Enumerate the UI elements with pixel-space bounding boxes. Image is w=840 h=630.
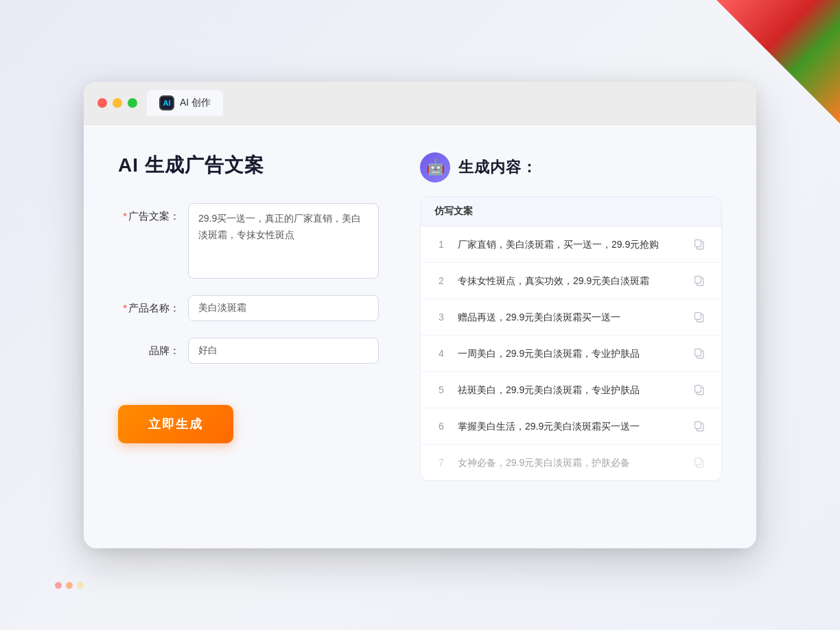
result-row: 1 厂家直销，美白淡斑霜，买一送一，29.9元抢购 xyxy=(421,226,721,263)
minimize-button[interactable] xyxy=(113,98,122,108)
result-row: 4 一周美白，29.9元美白淡斑霜，专业护肤品 xyxy=(421,336,721,372)
result-row: 5 祛斑美白，29.9元美白淡斑霜，专业护肤品 xyxy=(421,372,721,408)
bg-dot-3 xyxy=(77,582,84,589)
row-text: 专抹女性斑点，真实功效，29.9元美白淡斑霜 xyxy=(458,274,681,288)
svg-rect-13 xyxy=(695,458,701,465)
brand-label: 品牌： xyxy=(118,338,180,358)
brand-row: 品牌： xyxy=(118,338,379,364)
result-title: 生成内容： xyxy=(458,157,537,178)
result-row: 7 女神必备，29.9元美白淡斑霜，护肤必备 xyxy=(421,445,721,480)
row-text: 掌握美白生活，29.9元美白淡斑霜买一送一 xyxy=(458,419,681,434)
result-row: 2 专抹女性斑点，真实功效，29.9元美白淡斑霜 xyxy=(421,263,721,299)
svg-rect-1 xyxy=(695,240,701,247)
row-number: 4 xyxy=(434,348,448,359)
product-name-input[interactable] xyxy=(188,295,379,321)
row-text: 厂家直销，美白淡斑霜，买一送一，29.9元抢购 xyxy=(458,237,681,252)
svg-rect-7 xyxy=(695,349,701,356)
copy-icon[interactable] xyxy=(691,345,708,362)
maximize-button[interactable] xyxy=(128,98,137,108)
bg-dot-1 xyxy=(55,582,62,589)
browser-window: AI AI 创作 AI 生成广告文案 *广告文案： 29.9买一送一，真正的厂家… xyxy=(84,82,756,548)
left-panel: AI 生成广告文案 *广告文案： 29.9买一送一，真正的厂家直销，美白淡斑霜，… xyxy=(118,152,379,509)
bg-decoration-bl xyxy=(55,582,84,589)
generate-button[interactable]: 立即生成 xyxy=(118,405,233,443)
result-table: 仿写文案 1 厂家直销，美白淡斑霜，买一送一，29.9元抢购 2 专抹女性斑点，… xyxy=(420,196,722,481)
right-panel: 生成内容： 仿写文案 1 厂家直销，美白淡斑霜，买一送一，29.9元抢购 2 专… xyxy=(420,152,722,509)
brand-input[interactable] xyxy=(188,338,379,364)
close-button[interactable] xyxy=(97,98,107,108)
ai-tab[interactable]: AI AI 创作 xyxy=(147,90,223,116)
tab-icon: AI xyxy=(159,95,174,110)
ad-copy-label: *广告文案： xyxy=(118,203,180,223)
page-title: AI 生成广告文案 xyxy=(118,152,379,178)
copy-icon[interactable] xyxy=(691,454,708,471)
main-content: AI 生成广告文案 *广告文案： 29.9买一送一，真正的厂家直销，美白淡斑霜，… xyxy=(84,125,756,537)
required-star-ad: * xyxy=(123,210,127,222)
title-bar: AI AI 创作 xyxy=(84,82,756,125)
svg-rect-9 xyxy=(695,386,701,393)
ad-copy-row: *广告文案： 29.9买一送一，真正的厂家直销，美白淡斑霜，专抹女性斑点 xyxy=(118,203,379,279)
row-text: 祛斑美白，29.9元美白淡斑霜，专业护肤品 xyxy=(458,383,681,397)
copy-icon[interactable] xyxy=(691,272,708,289)
copy-icon[interactable] xyxy=(691,418,708,434)
table-header: 仿写文案 xyxy=(421,197,721,226)
copy-icon[interactable] xyxy=(691,236,708,253)
row-number: 7 xyxy=(434,457,448,468)
row-number: 3 xyxy=(434,312,448,323)
result-row: 3 赠品再送，29.9元美白淡斑霜买一送一 xyxy=(421,299,721,336)
required-star-product: * xyxy=(123,302,127,314)
result-header: 生成内容： xyxy=(420,152,722,183)
svg-rect-5 xyxy=(695,313,701,320)
result-row: 6 掌握美白生活，29.9元美白淡斑霜买一送一 xyxy=(421,408,721,445)
result-rows-container: 1 厂家直销，美白淡斑霜，买一送一，29.9元抢购 2 专抹女性斑点，真实功效，… xyxy=(421,226,721,480)
window-controls xyxy=(97,98,137,108)
copy-icon[interactable] xyxy=(691,382,708,398)
copy-icon[interactable] xyxy=(691,309,708,325)
svg-rect-11 xyxy=(695,422,701,429)
ad-copy-input[interactable]: 29.9买一送一，真正的厂家直销，美白淡斑霜，专抹女性斑点 xyxy=(188,203,379,279)
row-text: 一周美白，29.9元美白淡斑霜，专业护肤品 xyxy=(458,347,681,361)
product-name-row: *产品名称： xyxy=(118,295,379,321)
row-number: 5 xyxy=(434,384,448,395)
row-number: 2 xyxy=(434,275,448,286)
bg-dot-2 xyxy=(66,582,73,589)
robot-icon xyxy=(420,152,450,183)
row-text: 赠品再送，29.9元美白淡斑霜买一送一 xyxy=(458,310,681,325)
row-number: 1 xyxy=(434,239,448,250)
product-name-label: *产品名称： xyxy=(118,295,180,315)
svg-rect-3 xyxy=(695,277,701,283)
row-text: 女神必备，29.9元美白淡斑霜，护肤必备 xyxy=(458,456,681,470)
row-number: 6 xyxy=(434,421,448,432)
tab-label: AI 创作 xyxy=(180,97,211,109)
